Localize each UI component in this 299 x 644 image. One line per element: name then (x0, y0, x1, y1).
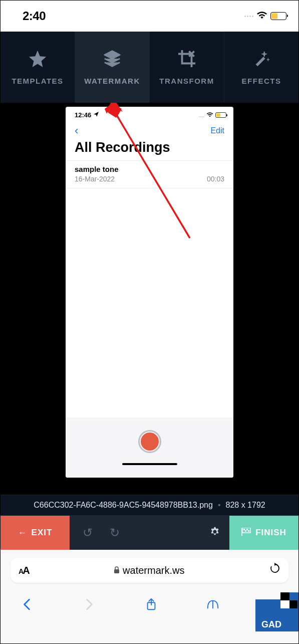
crop-icon (177, 49, 196, 70)
recording-date: 16-Mar-2022 (75, 175, 115, 183)
separator-dot: • (218, 501, 221, 510)
svg-rect-23 (280, 592, 289, 600)
finish-button[interactable]: FINISH (229, 516, 298, 550)
tab-effects-label: EFFECTS (242, 77, 281, 85)
battery-icon (270, 12, 286, 20)
tab-transform[interactable]: TRANSFORM (149, 32, 224, 103)
gear-icon (209, 526, 220, 537)
tab-templates[interactable]: TEMPLATES (1, 32, 75, 103)
svg-marker-18 (274, 563, 277, 566)
svg-rect-25 (289, 600, 297, 608)
device-status-icons (244, 11, 286, 22)
settings-button[interactable] (209, 526, 220, 539)
tab-watermark[interactable]: WATERMARK (75, 32, 149, 103)
svg-rect-24 (280, 600, 289, 608)
svg-rect-13 (243, 529, 245, 530)
back-button[interactable]: ‹ (75, 124, 78, 137)
wifi-icon (206, 111, 213, 119)
file-info-bar: C66CC302-FA6C-4886-9AC5-94548978BB13.png… (1, 495, 298, 516)
device-time: 2:40 (23, 9, 46, 23)
tab-transform-label: TRANSFORM (159, 77, 214, 85)
safari-toolbar (1, 583, 298, 613)
signal-dots-icon (198, 111, 204, 119)
recording-name: sample tone (75, 165, 224, 173)
nav-back-button[interactable] (21, 598, 34, 613)
edit-button[interactable]: Edit (210, 126, 224, 135)
star-icon (28, 49, 47, 70)
publication-watermark-logo: GAD (255, 592, 298, 631)
lock-icon (114, 565, 120, 576)
svg-rect-14 (246, 529, 248, 530)
reload-button[interactable] (269, 563, 280, 578)
record-icon (141, 433, 159, 451)
svg-rect-16 (248, 530, 249, 532)
location-arrow-icon (93, 111, 99, 119)
svg-rect-17 (114, 569, 119, 573)
tab-watermark-label: WATERMARK (84, 77, 140, 85)
file-dimensions: 828 x 1792 (226, 501, 265, 510)
wifi-icon (256, 11, 267, 22)
address-bar[interactable]: AA watermark.ws (11, 558, 288, 583)
safari-browser-chrome: AA watermark.ws (1, 550, 298, 644)
magic-wand-icon (252, 49, 271, 70)
text-size-button[interactable]: AA (19, 565, 29, 576)
editor-canvas[interactable]: 12:46 ‹ Edit All Recordings (1, 103, 298, 495)
editor-tabs: TEMPLATES WATERMARK TRANSFORM EFFECTS (1, 32, 298, 103)
bookmarks-button[interactable] (206, 598, 219, 613)
share-button[interactable] (145, 598, 158, 613)
layers-icon (103, 49, 122, 70)
tab-effects[interactable]: EFFECTS (224, 32, 298, 103)
undo-button[interactable]: ↺ (77, 526, 99, 540)
inner-status-bar: 12:46 (66, 107, 233, 123)
inner-time: 12:46 (75, 111, 91, 119)
redo-button[interactable]: ↻ (104, 526, 126, 540)
tab-templates-label: TEMPLATES (12, 77, 63, 85)
svg-text:GAD: GAD (261, 619, 281, 629)
watermark-editor-app: TEMPLATES WATERMARK TRANSFORM EFFECTS (1, 32, 298, 550)
nav-forward-button[interactable] (83, 598, 96, 613)
bottom-action-bar: ← EXIT ↺ ↻ FINISH (1, 516, 298, 550)
device-status-bar: 2:40 (1, 1, 298, 32)
record-controls (66, 417, 233, 478)
recording-duration: 00:03 (207, 175, 224, 183)
finish-label: FINISH (255, 528, 286, 538)
record-button[interactable] (138, 430, 161, 453)
arrow-left-icon: ← (18, 528, 28, 538)
flag-icon (241, 528, 251, 538)
url-domain: watermark.ws (123, 565, 184, 576)
recording-item[interactable]: sample tone 16-Mar-2022 00:03 (66, 161, 233, 188)
page-title: All Recordings (66, 139, 233, 160)
signal-dots-icon (244, 16, 253, 17)
inner-empty-area (66, 188, 233, 417)
exit-label: EXIT (32, 528, 53, 538)
file-name: C66CC302-FA6C-4886-9AC5-94548978BB13.png (34, 501, 213, 510)
inner-nav-bar: ‹ Edit (66, 123, 233, 139)
battery-icon (215, 112, 226, 118)
embedded-screenshot: 12:46 ‹ Edit All Recordings (66, 107, 233, 478)
exit-button[interactable]: ← EXIT (1, 516, 70, 550)
home-indicator (122, 463, 177, 465)
svg-rect-15 (245, 530, 246, 532)
